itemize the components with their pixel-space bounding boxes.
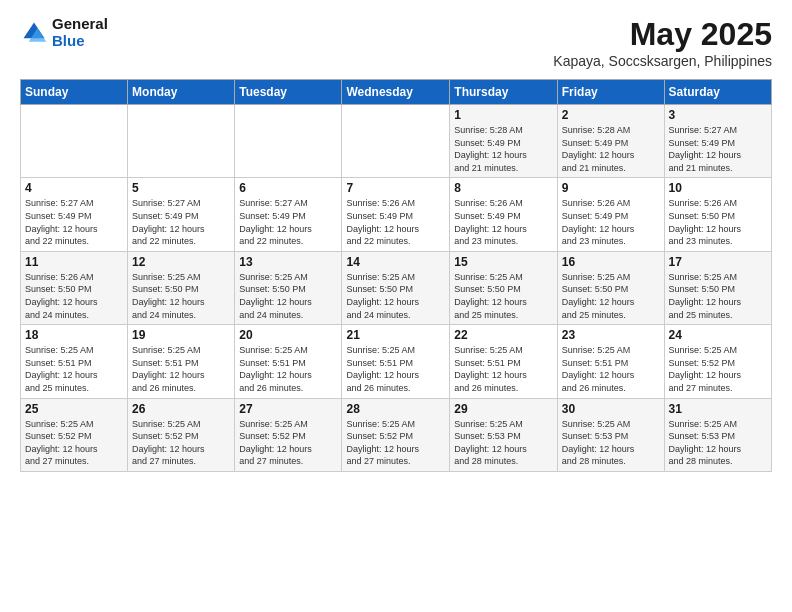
- weekday-header: Friday: [557, 80, 664, 105]
- calendar-cell: [21, 105, 128, 178]
- day-info: Sunrise: 5:25 AM Sunset: 5:51 PM Dayligh…: [454, 344, 552, 394]
- calendar-cell: 9Sunrise: 5:26 AM Sunset: 5:49 PM Daylig…: [557, 178, 664, 251]
- day-info: Sunrise: 5:26 AM Sunset: 5:49 PM Dayligh…: [346, 197, 445, 247]
- day-number: 4: [25, 181, 123, 195]
- day-number: 28: [346, 402, 445, 416]
- day-info: Sunrise: 5:25 AM Sunset: 5:52 PM Dayligh…: [132, 418, 230, 468]
- weekday-header: Wednesday: [342, 80, 450, 105]
- calendar-cell: 31Sunrise: 5:25 AM Sunset: 5:53 PM Dayli…: [664, 398, 771, 471]
- title-location: Kapaya, Soccsksargen, Philippines: [553, 53, 772, 69]
- day-info: Sunrise: 5:25 AM Sunset: 5:50 PM Dayligh…: [562, 271, 660, 321]
- day-number: 21: [346, 328, 445, 342]
- calendar-cell: 23Sunrise: 5:25 AM Sunset: 5:51 PM Dayli…: [557, 325, 664, 398]
- day-info: Sunrise: 5:25 AM Sunset: 5:53 PM Dayligh…: [454, 418, 552, 468]
- logo-blue: Blue: [52, 33, 108, 50]
- calendar-cell: 2Sunrise: 5:28 AM Sunset: 5:49 PM Daylig…: [557, 105, 664, 178]
- day-info: Sunrise: 5:25 AM Sunset: 5:51 PM Dayligh…: [346, 344, 445, 394]
- calendar-cell: 6Sunrise: 5:27 AM Sunset: 5:49 PM Daylig…: [235, 178, 342, 251]
- day-info: Sunrise: 5:27 AM Sunset: 5:49 PM Dayligh…: [132, 197, 230, 247]
- calendar-cell: 13Sunrise: 5:25 AM Sunset: 5:50 PM Dayli…: [235, 251, 342, 324]
- day-info: Sunrise: 5:25 AM Sunset: 5:51 PM Dayligh…: [132, 344, 230, 394]
- calendar-cell: 19Sunrise: 5:25 AM Sunset: 5:51 PM Dayli…: [128, 325, 235, 398]
- calendar-cell: 7Sunrise: 5:26 AM Sunset: 5:49 PM Daylig…: [342, 178, 450, 251]
- calendar-cell: 11Sunrise: 5:26 AM Sunset: 5:50 PM Dayli…: [21, 251, 128, 324]
- day-info: Sunrise: 5:25 AM Sunset: 5:53 PM Dayligh…: [562, 418, 660, 468]
- day-number: 23: [562, 328, 660, 342]
- day-number: 30: [562, 402, 660, 416]
- day-info: Sunrise: 5:25 AM Sunset: 5:53 PM Dayligh…: [669, 418, 767, 468]
- logo-icon: [20, 19, 48, 47]
- weekday-header: Thursday: [450, 80, 557, 105]
- logo-general: General: [52, 16, 108, 33]
- day-number: 3: [669, 108, 767, 122]
- day-number: 7: [346, 181, 445, 195]
- calendar-cell: 10Sunrise: 5:26 AM Sunset: 5:50 PM Dayli…: [664, 178, 771, 251]
- day-info: Sunrise: 5:28 AM Sunset: 5:49 PM Dayligh…: [562, 124, 660, 174]
- day-number: 5: [132, 181, 230, 195]
- calendar-cell: 1Sunrise: 5:28 AM Sunset: 5:49 PM Daylig…: [450, 105, 557, 178]
- calendar-cell: [342, 105, 450, 178]
- day-number: 27: [239, 402, 337, 416]
- day-info: Sunrise: 5:27 AM Sunset: 5:49 PM Dayligh…: [25, 197, 123, 247]
- day-number: 19: [132, 328, 230, 342]
- day-number: 8: [454, 181, 552, 195]
- day-info: Sunrise: 5:26 AM Sunset: 5:49 PM Dayligh…: [454, 197, 552, 247]
- calendar-cell: 15Sunrise: 5:25 AM Sunset: 5:50 PM Dayli…: [450, 251, 557, 324]
- calendar-cell: 4Sunrise: 5:27 AM Sunset: 5:49 PM Daylig…: [21, 178, 128, 251]
- day-info: Sunrise: 5:26 AM Sunset: 5:50 PM Dayligh…: [669, 197, 767, 247]
- calendar-cell: 30Sunrise: 5:25 AM Sunset: 5:53 PM Dayli…: [557, 398, 664, 471]
- calendar-cell: 17Sunrise: 5:25 AM Sunset: 5:50 PM Dayli…: [664, 251, 771, 324]
- day-number: 24: [669, 328, 767, 342]
- weekday-header: Saturday: [664, 80, 771, 105]
- day-info: Sunrise: 5:25 AM Sunset: 5:50 PM Dayligh…: [346, 271, 445, 321]
- weekday-header: Sunday: [21, 80, 128, 105]
- day-number: 11: [25, 255, 123, 269]
- day-number: 25: [25, 402, 123, 416]
- day-number: 20: [239, 328, 337, 342]
- calendar-cell: 3Sunrise: 5:27 AM Sunset: 5:49 PM Daylig…: [664, 105, 771, 178]
- calendar-cell: 27Sunrise: 5:25 AM Sunset: 5:52 PM Dayli…: [235, 398, 342, 471]
- calendar-cell: 8Sunrise: 5:26 AM Sunset: 5:49 PM Daylig…: [450, 178, 557, 251]
- calendar-cell: 22Sunrise: 5:25 AM Sunset: 5:51 PM Dayli…: [450, 325, 557, 398]
- day-info: Sunrise: 5:27 AM Sunset: 5:49 PM Dayligh…: [239, 197, 337, 247]
- day-number: 31: [669, 402, 767, 416]
- calendar-cell: 25Sunrise: 5:25 AM Sunset: 5:52 PM Dayli…: [21, 398, 128, 471]
- day-number: 10: [669, 181, 767, 195]
- day-number: 18: [25, 328, 123, 342]
- day-number: 26: [132, 402, 230, 416]
- day-number: 1: [454, 108, 552, 122]
- day-info: Sunrise: 5:26 AM Sunset: 5:49 PM Dayligh…: [562, 197, 660, 247]
- day-number: 9: [562, 181, 660, 195]
- calendar-cell: 16Sunrise: 5:25 AM Sunset: 5:50 PM Dayli…: [557, 251, 664, 324]
- day-number: 17: [669, 255, 767, 269]
- calendar-cell: 28Sunrise: 5:25 AM Sunset: 5:52 PM Dayli…: [342, 398, 450, 471]
- calendar-cell: [128, 105, 235, 178]
- header: General Blue May 2025 Kapaya, Soccsksarg…: [20, 16, 772, 69]
- day-info: Sunrise: 5:27 AM Sunset: 5:49 PM Dayligh…: [669, 124, 767, 174]
- day-number: 15: [454, 255, 552, 269]
- day-number: 13: [239, 255, 337, 269]
- day-number: 14: [346, 255, 445, 269]
- day-number: 6: [239, 181, 337, 195]
- title-month: May 2025: [553, 16, 772, 53]
- day-info: Sunrise: 5:25 AM Sunset: 5:50 PM Dayligh…: [132, 271, 230, 321]
- day-info: Sunrise: 5:26 AM Sunset: 5:50 PM Dayligh…: [25, 271, 123, 321]
- day-info: Sunrise: 5:25 AM Sunset: 5:50 PM Dayligh…: [454, 271, 552, 321]
- day-number: 16: [562, 255, 660, 269]
- day-number: 29: [454, 402, 552, 416]
- day-info: Sunrise: 5:28 AM Sunset: 5:49 PM Dayligh…: [454, 124, 552, 174]
- weekday-header: Tuesday: [235, 80, 342, 105]
- calendar-cell: 24Sunrise: 5:25 AM Sunset: 5:52 PM Dayli…: [664, 325, 771, 398]
- day-info: Sunrise: 5:25 AM Sunset: 5:52 PM Dayligh…: [25, 418, 123, 468]
- day-info: Sunrise: 5:25 AM Sunset: 5:51 PM Dayligh…: [239, 344, 337, 394]
- day-info: Sunrise: 5:25 AM Sunset: 5:51 PM Dayligh…: [25, 344, 123, 394]
- calendar-cell: 18Sunrise: 5:25 AM Sunset: 5:51 PM Dayli…: [21, 325, 128, 398]
- calendar-cell: 26Sunrise: 5:25 AM Sunset: 5:52 PM Dayli…: [128, 398, 235, 471]
- day-number: 12: [132, 255, 230, 269]
- day-info: Sunrise: 5:25 AM Sunset: 5:52 PM Dayligh…: [346, 418, 445, 468]
- title-block: May 2025 Kapaya, Soccsksargen, Philippin…: [553, 16, 772, 69]
- day-number: 2: [562, 108, 660, 122]
- day-info: Sunrise: 5:25 AM Sunset: 5:52 PM Dayligh…: [239, 418, 337, 468]
- calendar-cell: 12Sunrise: 5:25 AM Sunset: 5:50 PM Dayli…: [128, 251, 235, 324]
- calendar-cell: [235, 105, 342, 178]
